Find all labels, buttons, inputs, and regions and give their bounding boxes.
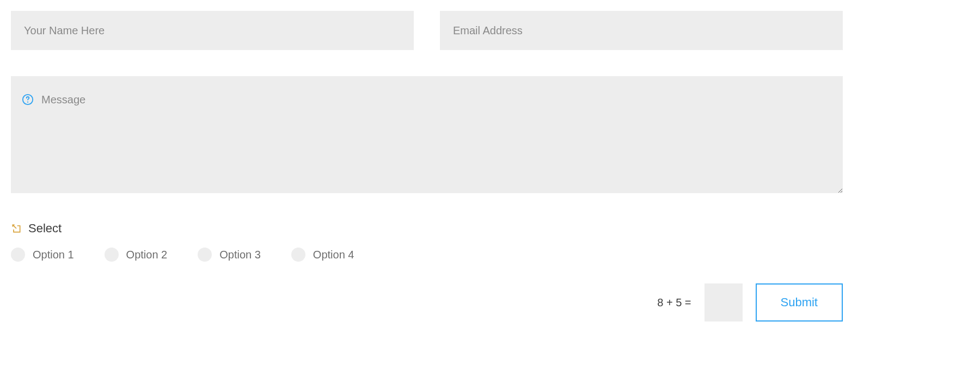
radio-option-1[interactable]: Option 1: [11, 248, 74, 262]
name-input[interactable]: [11, 11, 414, 50]
radio-circle-icon: [11, 248, 25, 262]
select-label: Select: [28, 221, 62, 236]
arrow-into-box-icon: [11, 223, 22, 234]
captcha-question: 8 + 5 =: [657, 296, 691, 309]
radio-group: Option 1 Option 2 Option 3 Option 4: [11, 248, 843, 262]
radio-option-label: Option 1: [33, 249, 74, 261]
select-header: Select: [11, 221, 843, 236]
submit-button[interactable]: Submit: [756, 283, 843, 322]
contact-form: Select Option 1 Option 2 Option 3 Option…: [11, 11, 843, 322]
email-input[interactable]: [440, 11, 843, 50]
radio-option-label: Option 3: [219, 249, 261, 261]
radio-circle-icon: [198, 248, 212, 262]
captcha-input[interactable]: [705, 283, 743, 322]
message-textarea[interactable]: [11, 76, 843, 193]
message-wrap: [11, 76, 843, 195]
radio-option-label: Option 4: [313, 249, 354, 261]
radio-option-label: Option 2: [126, 249, 168, 261]
top-row: [11, 11, 843, 50]
radio-option-3[interactable]: Option 3: [198, 248, 261, 262]
radio-circle-icon: [105, 248, 119, 262]
radio-circle-icon: [291, 248, 305, 262]
select-section: Select Option 1 Option 2 Option 3 Option…: [11, 221, 843, 262]
radio-option-2[interactable]: Option 2: [105, 248, 168, 262]
radio-option-4[interactable]: Option 4: [291, 248, 354, 262]
form-footer: 8 + 5 = Submit: [11, 283, 843, 322]
